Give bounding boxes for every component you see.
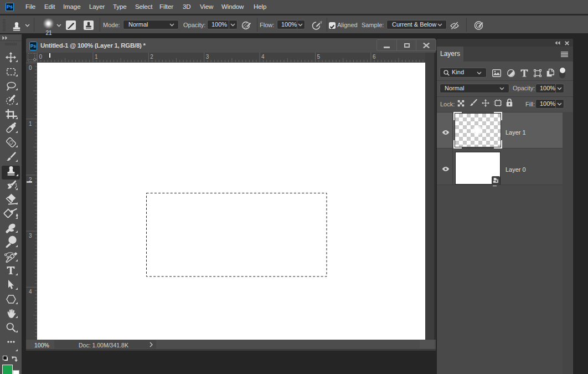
svg-text:5: 5 [317,54,321,60]
svg-text:3: 3 [206,54,209,60]
svg-text:1: 1 [29,121,32,127]
svg-text:6: 6 [373,54,376,60]
svg-text:0: 0 [39,54,43,60]
svg-text:4: 4 [29,289,32,295]
svg-text:0: 0 [29,65,32,71]
svg-text:4: 4 [261,54,265,60]
svg-text:2: 2 [150,54,153,60]
svg-text:3: 3 [29,233,32,239]
svg-text:1: 1 [95,54,98,60]
